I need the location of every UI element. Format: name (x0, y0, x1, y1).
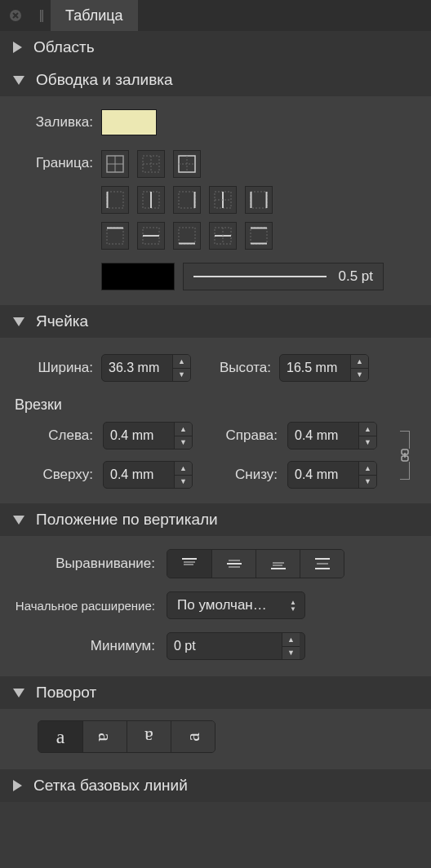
height-value[interactable]: 16.5 mm (280, 355, 350, 381)
stepper-up-icon[interactable]: ▲ (282, 633, 300, 646)
fill-label: Заливка: (15, 114, 93, 131)
width-label: Ширина: (15, 360, 93, 376)
stepper-down-icon[interactable]: ▼ (282, 646, 300, 660)
inset-top-value[interactable]: 0.4 mm (104, 462, 174, 488)
border-preset-left[interactable] (101, 186, 129, 214)
border-preset-outer[interactable] (173, 150, 201, 178)
inset-top-stepper[interactable]: 0.4 mm ▲▼ (103, 461, 193, 489)
section-vpos-body: Выравнивание: Начальное расширение: По у… (0, 536, 431, 676)
section-region-header[interactable]: Область (0, 31, 431, 64)
svg-rect-19 (251, 192, 267, 208)
chain-link-icon (399, 449, 411, 462)
tab-bar: || Таблица (0, 0, 431, 31)
stepper-up-icon[interactable]: ▲ (359, 423, 376, 436)
align-justify-button[interactable] (300, 550, 344, 578)
stepper-down-icon[interactable]: ▼ (175, 475, 192, 489)
border-preset-hcenter[interactable] (137, 222, 165, 250)
updown-icon: ▲▼ (290, 600, 296, 612)
border-line-color[interactable] (101, 263, 175, 290)
border-preset-top[interactable] (101, 222, 129, 250)
disclosure-right-icon (13, 780, 22, 791)
disclosure-down-icon (13, 76, 24, 85)
inset-right-label: Справа: (209, 427, 278, 444)
border-preset-hinner[interactable] (209, 222, 237, 250)
disclosure-right-icon (13, 42, 22, 53)
border-preset-all[interactable] (101, 150, 129, 178)
section-cell-title: Ячейка (36, 312, 88, 330)
min-stepper[interactable]: 0 pt ▲▼ (167, 632, 305, 660)
section-strokefill-header[interactable]: Обводка и заливка (0, 64, 431, 96)
rotation-180-button[interactable]: a (127, 721, 171, 752)
svg-rect-22 (107, 228, 123, 244)
width-stepper[interactable]: 36.3 mm ▲▼ (101, 354, 191, 382)
tab-grip-icon: || (31, 0, 51, 31)
stepper-up-icon[interactable]: ▲ (359, 462, 376, 475)
border-preset-bottom[interactable] (173, 222, 201, 250)
section-vpos-title: Положение по вертикали (36, 511, 218, 529)
inset-left-value[interactable]: 0.4 mm (104, 423, 174, 449)
align-top-button[interactable] (167, 550, 211, 578)
section-baseline-title: Сетка базовых линий (33, 777, 188, 795)
align-middle-button[interactable] (211, 550, 255, 578)
stepper-down-icon[interactable]: ▼ (175, 436, 192, 450)
disclosure-down-icon (13, 689, 24, 698)
svg-rect-14 (179, 192, 195, 208)
stepper-down-icon[interactable]: ▼ (359, 436, 376, 450)
inset-bottom-label: Снизу: (209, 467, 278, 483)
fill-color-swatch[interactable] (101, 109, 157, 135)
section-rotation-header[interactable]: Поворот (0, 676, 431, 709)
inset-right-stepper[interactable]: 0.4 mm ▲▼ (287, 422, 377, 450)
align-bottom-button[interactable] (255, 550, 300, 578)
tab-label: Таблица (65, 7, 123, 24)
vertical-align-group (167, 549, 344, 578)
inset-left-label: Слева: (15, 427, 93, 444)
link-insets-toggle[interactable] (393, 422, 416, 489)
border-preset-vcenter[interactable] (137, 186, 165, 214)
stepper-down-icon[interactable]: ▼ (351, 368, 368, 382)
initial-expansion-combo[interactable]: По умолчан… ▲▼ (167, 591, 305, 619)
section-strokefill-title: Обводка и заливка (36, 71, 173, 89)
inset-left-stepper[interactable]: 0.4 mm ▲▼ (103, 422, 193, 450)
section-region-title: Область (33, 38, 95, 56)
section-baseline-header[interactable]: Сетка базовых линий (0, 769, 431, 802)
expand-label: Начальное расширение: (3, 599, 155, 613)
section-cell-header[interactable]: Ячейка (0, 305, 431, 338)
rotation-270-button[interactable]: a (171, 721, 215, 752)
section-vpos-header[interactable]: Положение по вертикали (0, 503, 431, 536)
width-value[interactable]: 36.3 mm (102, 355, 172, 381)
border-preset-vouter[interactable] (245, 186, 273, 214)
inset-bottom-stepper[interactable]: 0.4 mm ▲▼ (287, 461, 377, 489)
disclosure-down-icon (13, 317, 24, 326)
section-cell-body: Ширина: 36.3 mm ▲▼ Высота: 16.5 mm ▲▼ Вр… (0, 338, 431, 503)
min-value[interactable]: 0 pt (167, 633, 282, 659)
border-preset-right[interactable] (173, 186, 201, 214)
stepper-down-icon[interactable]: ▼ (359, 475, 376, 489)
rotation-group: a a a a (38, 720, 216, 753)
border-preset-houter[interactable] (245, 222, 273, 250)
close-panel-button[interactable] (0, 0, 31, 31)
stepper-up-icon[interactable]: ▲ (175, 462, 192, 475)
stepper-up-icon[interactable]: ▲ (175, 423, 192, 436)
svg-rect-26 (179, 228, 195, 244)
border-preset-none[interactable] (137, 150, 165, 178)
height-stepper[interactable]: 16.5 mm ▲▼ (279, 354, 369, 382)
section-strokefill-body: Заливка: Граница: (0, 96, 431, 305)
align-label: Выравнивание: (3, 556, 155, 572)
stepper-up-icon[interactable]: ▲ (351, 355, 368, 368)
rotation-0-button[interactable]: a (38, 721, 82, 752)
line-weight-value: 0.5 pt (338, 268, 373, 285)
section-rotation-body: a a a a (0, 709, 431, 769)
border-preset-grid: 0.5 pt (101, 150, 384, 290)
inset-bottom-value[interactable]: 0.4 mm (288, 462, 358, 488)
border-preset-vinner[interactable] (209, 186, 237, 214)
border-line-weight[interactable]: 0.5 pt (183, 263, 384, 290)
stepper-down-icon[interactable]: ▼ (173, 368, 190, 382)
stepper-up-icon[interactable]: ▲ (173, 355, 190, 368)
rotation-90-button[interactable]: a (82, 721, 127, 752)
tab-table[interactable]: Таблица (51, 0, 138, 31)
inset-right-value[interactable]: 0.4 mm (288, 423, 358, 449)
inset-top-label: Сверху: (15, 467, 93, 483)
disclosure-down-icon (13, 516, 24, 525)
svg-rect-10 (107, 192, 123, 208)
svg-rect-31 (251, 228, 267, 244)
